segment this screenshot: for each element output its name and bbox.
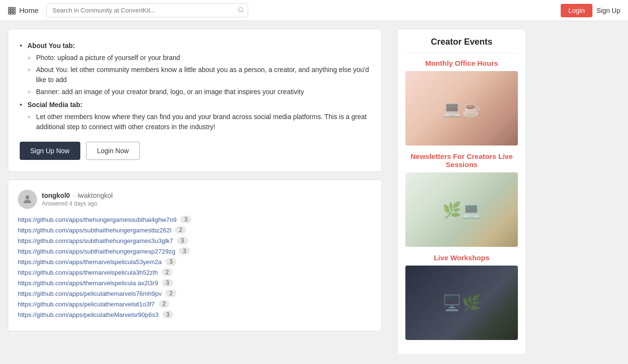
answer-header: tongkol0 · iwaktongkol Answered 4 days a…	[18, 190, 372, 209]
bullet-list: About You tab: Photo: upload a picture o…	[20, 41, 370, 132]
link-1[interactable]: https://github.com/apps/thehungergamessu…	[18, 216, 176, 223]
badge-7: 3	[162, 279, 173, 287]
home-icon	[8, 6, 16, 15]
badge-2: 2	[175, 226, 186, 234]
main-content: About You tab: Photo: upload a picture o…	[0, 21, 389, 364]
list-item: About You: let other community members k…	[27, 65, 370, 85]
search-bar	[46, 3, 248, 17]
creator-events-section: Creator Events Monthly Office Hours News…	[397, 29, 526, 355]
badge-4: 3	[179, 247, 190, 255]
svg-line-10	[242, 11, 244, 12]
sub-list-2: Let other members know where they can fi…	[27, 112, 370, 132]
header: Home Login Sign Up	[0, 0, 628, 21]
event-image-1[interactable]	[405, 71, 518, 146]
list-item: Photo: upload a picture of yourself or y…	[27, 53, 370, 63]
creator-events-title: Creator Events	[405, 37, 518, 47]
sidebar: Creator Events Monthly Office Hours News…	[389, 21, 534, 364]
list-item: https://github.com/apps/subthaithehunger…	[18, 226, 372, 234]
badge-1: 3	[180, 216, 191, 223]
list-item: About You tab: Photo: upload a picture o…	[20, 41, 370, 97]
svg-rect-4	[11, 10, 13, 12]
badge-9: 2	[159, 300, 170, 308]
event-image-3[interactable]	[405, 266, 518, 340]
separator-dot: ·	[73, 192, 75, 199]
answer-card: tongkol0 · iwaktongkol Answered 4 days a…	[8, 180, 382, 331]
svg-rect-3	[9, 10, 11, 12]
link-6[interactable]: https://github.com/apps/themarvelspelicu…	[18, 269, 158, 276]
bullet-label-2: Social Media tab:	[27, 101, 82, 109]
badge-6: 2	[162, 268, 173, 276]
event-title-2[interactable]: Newsletters For Creators Live Sessions	[405, 152, 518, 169]
signup-now-button[interactable]: Sign Up Now	[20, 142, 80, 160]
list-item: https://github.com/apps/peliculathemarve…	[18, 290, 372, 297]
event-title-1[interactable]: Monthly Office Hours	[405, 59, 518, 67]
user-info: tongkol0 · iwaktongkol Answered 4 days a…	[42, 192, 113, 207]
post-card: About You tab: Photo: upload a picture o…	[8, 29, 382, 172]
list-item: https://github.com/apps/themarvelspelicu…	[18, 258, 372, 266]
list-item: Social Media tab: Let other members know…	[20, 100, 370, 132]
login-button[interactable]: Login	[561, 4, 592, 17]
home-label: Home	[19, 6, 38, 14]
post-actions: Sign Up Now Login Now	[20, 142, 370, 160]
list-item: https://github.com/apps/peliculatheMarve…	[18, 311, 372, 318]
bullet-label-1: About You tab:	[27, 42, 75, 49]
page-wrap: About You tab: Photo: upload a picture o…	[0, 21, 628, 364]
svg-rect-5	[13, 10, 15, 12]
avatar	[18, 190, 37, 209]
search-input[interactable]	[46, 3, 248, 17]
user-row: tongkol0 · iwaktongkol	[42, 192, 113, 199]
list-item: https://github.com/apps/subthaithehunger…	[18, 247, 372, 255]
event-image-2[interactable]	[405, 172, 518, 247]
badge-8: 2	[165, 290, 176, 297]
username: tongkol0	[42, 192, 70, 199]
link-5[interactable]: https://github.com/apps/themarvelspelicu…	[18, 258, 162, 266]
answer-timestamp: Answered 4 days ago	[42, 200, 113, 207]
svg-rect-8	[13, 12, 15, 14]
link-4[interactable]: https://github.com/apps/subthaithehunger…	[18, 248, 175, 255]
sub-list-1: Photo: upload a picture of yourself or y…	[27, 53, 370, 97]
links-list: https://github.com/apps/thehungergamessu…	[18, 216, 372, 318]
svg-rect-2	[13, 7, 15, 9]
link-7[interactable]: https://github.com/apps/themarvelspelicu…	[18, 279, 158, 287]
event-title-3[interactable]: Live Workshops	[405, 254, 518, 262]
svg-point-11	[25, 195, 29, 199]
list-item: https://github.com/apps/subthaithehunger…	[18, 237, 372, 244]
signup-header-button[interactable]: Sign Up	[596, 7, 620, 14]
svg-rect-6	[9, 12, 11, 14]
svg-rect-1	[11, 7, 13, 9]
list-item: https://github.com/apps/peliculathemarve…	[18, 300, 372, 308]
badge-10: 3	[163, 311, 174, 318]
list-item: https://github.com/apps/themarvelspelicu…	[18, 279, 372, 287]
link-2[interactable]: https://github.com/apps/subthaithehunger…	[18, 227, 171, 234]
list-item: https://github.com/apps/themarvelspelicu…	[18, 268, 372, 276]
list-item: Let other members know where they can fi…	[27, 112, 370, 132]
link-3[interactable]: https://github.com/apps/subthaithehunger…	[18, 237, 173, 244]
divider	[405, 53, 518, 53]
user-handle: iwaktongkol	[77, 192, 113, 199]
login-now-button[interactable]: Login Now	[86, 142, 140, 160]
svg-rect-7	[11, 12, 13, 14]
search-icon	[238, 6, 244, 14]
user-avatar-icon	[22, 194, 33, 205]
link-10[interactable]: https://github.com/apps/peliculatheMarve…	[18, 311, 159, 318]
badge-3: 3	[177, 237, 188, 244]
badge-5: 3	[165, 258, 176, 266]
link-9[interactable]: https://github.com/apps/peliculathemarve…	[18, 301, 155, 308]
list-item: https://github.com/apps/thehungergamessu…	[18, 216, 372, 223]
svg-point-9	[239, 7, 243, 12]
svg-rect-0	[9, 7, 11, 9]
list-item: Banner: add an image of your creator bra…	[27, 87, 370, 97]
link-8[interactable]: https://github.com/apps/peliculathemarve…	[18, 290, 162, 297]
home-nav[interactable]: Home	[8, 6, 46, 15]
header-actions: Login Sign Up	[561, 4, 620, 17]
